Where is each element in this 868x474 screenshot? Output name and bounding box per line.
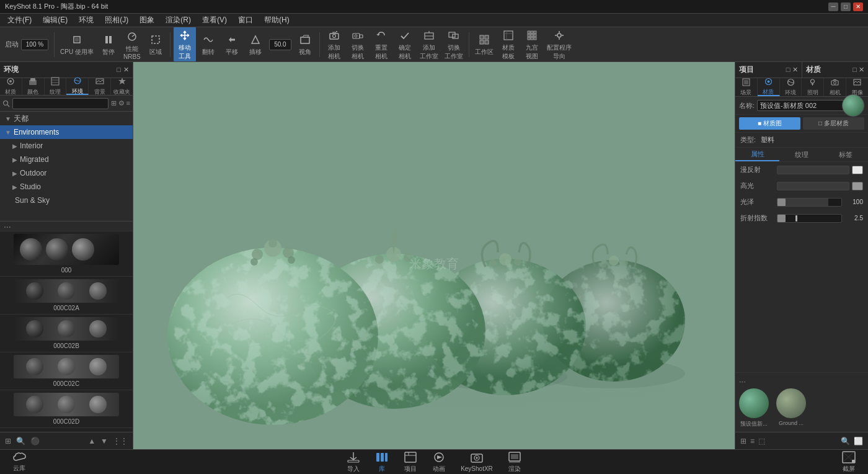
right-panel-project-header: 项目 □ ✕ [735,62,802,78]
toolbar-nine-view[interactable]: 九宫视图 [521,27,543,62]
toolbar-reset-camera[interactable]: 重置相机 [370,27,392,62]
more-options-icon[interactable]: ⋮⋮ [113,437,128,445]
search-settings-icon[interactable]: ⚙ [118,99,125,107]
fov-input[interactable] [269,39,291,50]
menu-render[interactable]: 渲染(R) [161,14,196,27]
toolbar-pan[interactable]: 平移 [221,31,243,58]
library-button[interactable]: 库 [375,451,389,473]
tree-root[interactable]: ▼ 天都 [0,112,133,125]
panel-close-icon[interactable]: ✕ [123,66,129,74]
specular-color-swatch[interactable] [852,182,863,190]
animation-button[interactable]: 动画 [432,451,446,473]
rp-dot-icon[interactable]: ⬚ [758,437,765,445]
material-graph-btn[interactable]: ■ 材质图 [739,117,800,130]
rp-search-icon[interactable]: 🔍 [841,437,850,445]
toolbar-perspective[interactable]: 视角 [294,31,316,58]
tree-item-outdoor[interactable]: ▶ Outdoor [0,166,133,180]
search-input[interactable] [12,98,108,109]
material-maximize-icon[interactable]: □ [852,66,857,74]
toolbar-add-camera[interactable]: 添加相机 [323,27,345,62]
rtab-material[interactable]: 材质 [758,78,780,96]
tab-texture[interactable]: 纹理 [45,78,67,95]
toolbar-perf[interactable]: 性能NRBS [121,28,143,61]
tree-item-environments[interactable]: ▼ Environments [0,125,133,139]
multi-layer-btn[interactable]: □ 多层材质 [803,117,864,130]
screenshot-button[interactable]: 截屏 [842,451,856,473]
menu-file[interactable]: 文件(F) [2,14,37,27]
panel-maximize-icon[interactable]: □ [117,66,121,74]
tab-material[interactable]: 材质 [0,78,22,95]
preview-item-2[interactable]: Ground ... [776,388,806,428]
mat-tab-labels[interactable]: 标签 [824,148,868,161]
nav-up-icon[interactable]: ▲ [88,437,95,445]
diffuse-color-swatch[interactable] [852,166,863,174]
project-maximize-icon[interactable]: □ [786,66,790,74]
grid-view-icon[interactable]: ⊞ [5,437,11,445]
rp-list-icon[interactable]: ≡ [750,437,755,445]
maximize-button[interactable]: □ [841,2,851,11]
thumb-item-000c02d[interactable]: 000C02D [0,390,133,428]
tree-item-migrated[interactable]: ▶ Migrated [0,153,133,166]
toolbar-workspace[interactable]: 工作区 [472,31,496,58]
tab-environment[interactable]: 环境 [66,78,89,95]
menu-env[interactable]: 环境 [74,14,99,27]
toolbar-material-template[interactable]: 材质模板 [497,27,520,62]
rtab-image[interactable]: 图像 [846,78,868,96]
menu-camera[interactable]: 照相(J) [100,14,133,27]
tab-color[interactable]: 颜色 [22,78,45,95]
circle-icon[interactable]: ⚫ [30,437,40,445]
tree-item-studio[interactable]: ▶ Studio [0,180,133,194]
rtab-lighting[interactable]: 照明 [802,78,824,96]
project-button[interactable]: 项目 [404,451,417,473]
refraction-track[interactable] [777,214,842,223]
rp-expand-icon[interactable]: ⬜ [854,437,863,445]
menu-help[interactable]: 帮助(H) [259,14,294,27]
preview-item-1[interactable]: 预设值新... [739,388,769,428]
menu-edit[interactable]: 编辑(E) [38,14,73,27]
search-bottom-icon[interactable]: 🔍 [16,437,25,445]
toolbar-move[interactable]: 移动工具 [174,27,196,62]
search-more-icon[interactable]: ≡ [126,99,130,107]
tree-item-interior[interactable]: ▶ Interior [0,139,133,153]
project-close-icon[interactable]: ✕ [792,66,798,74]
toolbar-switch-studio[interactable]: 切换工作室 [442,27,466,62]
toolbar-mode-input[interactable] [21,39,48,50]
toolbar-configurator[interactable]: 配置程序导向 [544,27,574,62]
toolbar-region[interactable]: 区域 [144,31,167,58]
tree-item-sun-sky[interactable]: Sun & Sky [0,194,133,207]
thumb-item-000[interactable]: 000 [0,231,133,277]
nav-down-icon[interactable]: ▼ [100,437,108,445]
menu-view[interactable]: 查看(V) [197,14,232,27]
toolbar-dolly[interactable]: 插移 [244,31,267,58]
close-button[interactable]: ✕ [853,2,863,11]
mat-tab-texture[interactable]: 纹理 [779,148,823,161]
minimize-button[interactable]: ─ [828,2,838,11]
toolbar-confirm-camera[interactable]: 确定相机 [394,27,416,62]
keyshot-xr-button[interactable]: KeyShotXR [461,452,493,472]
thumb-item-000c02c[interactable]: 000C02C [0,352,133,390]
search-filter-icon[interactable]: ⊞ [111,99,117,107]
thumb-item-000c02a[interactable]: 000C02A [0,277,133,315]
toolbar-add-studio[interactable]: 添加工作室 [417,27,441,62]
material-name-input[interactable] [757,100,856,111]
rtab-scene[interactable]: 场景 [735,78,758,96]
rtab-env[interactable]: 环境 [780,78,802,96]
toolbar-pause[interactable]: 暂停 [97,31,120,58]
tab-favorites[interactable]: 收藏夹 [111,78,133,95]
import-button[interactable]: 导入 [347,451,360,473]
toolbar-switch-camera[interactable]: 切换相机 [347,27,369,62]
menu-window[interactable]: 窗口 [233,14,258,27]
material-close-icon[interactable]: ✕ [859,66,864,74]
cloud-library-button[interactable]: 云库 [12,452,26,473]
glossiness-track[interactable] [777,198,842,207]
rp-grid-icon[interactable]: ⊞ [740,437,746,445]
mat-tab-properties[interactable]: 属性 [735,148,779,161]
viewport[interactable]: 米象教育 [133,62,735,449]
menu-image[interactable]: 图象 [135,14,159,27]
render-button[interactable]: 渲染 [508,451,521,473]
thumb-item-000c02b[interactable]: 000C02B [0,315,133,352]
tab-background[interactable]: 背景 [89,78,111,95]
toolbar-cpu-usage[interactable]: CPU 使用率 [58,31,96,58]
toolbar-flip[interactable]: 翻转 [197,31,219,58]
rtab-camera[interactable]: 相机 [824,78,846,96]
